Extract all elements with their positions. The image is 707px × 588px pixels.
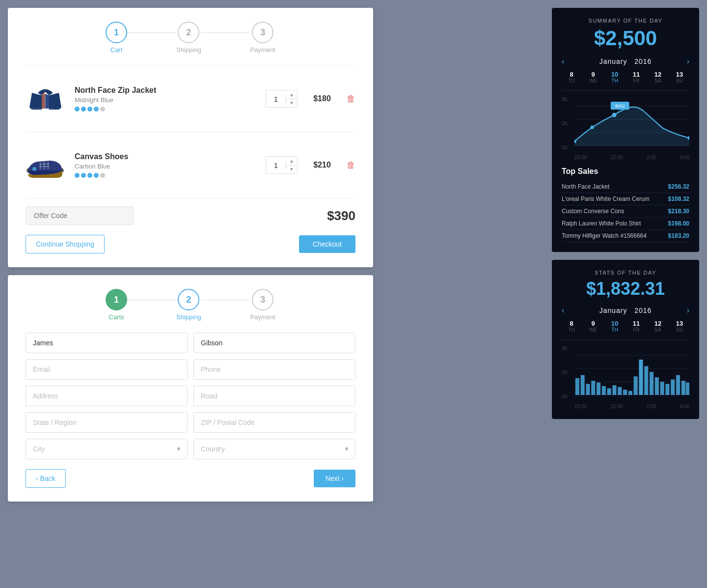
country-select[interactable]: Country (193, 439, 355, 459)
svg-text:$652: $652 (615, 104, 625, 109)
cart-actions: Continue Shopping Checkout (26, 235, 355, 253)
cart-steps: 1 Cart 2 Shipping 3 Payment (26, 22, 355, 54)
summary-cal-grid: 8 TU 9 WE 10 TH 11 FR 12 SA 13 SU (562, 71, 689, 84)
summary-cal-next[interactable]: › (687, 57, 689, 66)
shipping-step-2-circle: 2 (178, 289, 199, 310)
sales-item-name-2: L'oreal Paris White Cream Cerum (562, 196, 650, 202)
summary-chart-divider (562, 90, 689, 91)
checkout-button[interactable]: Checkout (299, 235, 355, 253)
shipping-step-2: 2 Shipping (176, 289, 201, 321)
city-select-wrapper: City ▼ (26, 439, 188, 459)
jacket-info: North Face Zip Jacket Midnight Blue (75, 86, 256, 112)
next-button[interactable]: Next › (314, 470, 355, 487)
jacket-variant: Midnight Blue (75, 96, 256, 104)
cal-cell-13: 13 SU (670, 71, 689, 84)
cart-footer: $390 (26, 206, 355, 225)
jacket-image (26, 82, 65, 116)
svg-rect-36 (639, 360, 643, 395)
continue-shopping-button[interactable]: Continue Shopping (26, 235, 105, 253)
jacket-qty-arrows[interactable]: ▲ ▼ (286, 90, 297, 107)
shoes-price: $210 (307, 161, 337, 169)
svg-rect-26 (586, 384, 590, 395)
city-select[interactable]: City (26, 439, 188, 459)
shoes-qty-down[interactable]: ▼ (286, 166, 297, 174)
sales-row-3: Custom Converse Cons $218.30 (562, 205, 689, 218)
stats-bar-chart-svg (574, 346, 689, 400)
stats-title: STATS OF THE DAY (562, 270, 689, 276)
cal-cell-12: 12 SA (648, 71, 668, 84)
shoes-image (26, 148, 65, 182)
jacket-name: North Face Zip Jacket (75, 86, 256, 95)
jacket-delete[interactable]: 🗑 (347, 94, 355, 104)
road-input[interactable] (193, 386, 355, 406)
country-select-wrapper: Country ▼ (193, 439, 355, 459)
back-button[interactable]: ‹ Back (26, 469, 66, 488)
email-input[interactable] (26, 359, 188, 380)
summary-chart-svg: $652 (574, 97, 689, 151)
stats-chart-y-labels: 3K 2K 1K (562, 346, 568, 399)
jacket-qty-value: 1 (266, 95, 286, 103)
shoes-qty-up[interactable]: ▲ (286, 157, 297, 166)
svg-rect-28 (597, 383, 600, 395)
phone-input[interactable] (193, 359, 355, 380)
summary-title: SUMMARY OF THE DAY (562, 18, 689, 24)
sales-item-name-4: Ralph Lauren White Polo Shirt (562, 220, 641, 227)
svg-rect-25 (581, 375, 585, 395)
cart-item-jacket: North Face Zip Jacket Midnight Blue 1 ▲ … (26, 74, 355, 124)
cart-total: $390 (327, 208, 355, 224)
jacket-qty-down[interactable]: ▼ (286, 99, 297, 108)
shoes-delete[interactable]: 🗑 (347, 160, 355, 170)
stats-chart-area: 3K 2K 1K (562, 346, 689, 409)
sales-row-4: Ralph Lauren White Polo Shirt $198.00 (562, 218, 689, 230)
state-input[interactable] (26, 412, 188, 433)
svg-rect-44 (681, 381, 685, 395)
summary-cal-title: January 2016 (599, 57, 652, 65)
svg-rect-29 (602, 386, 606, 395)
shoes-qty-control[interactable]: 1 ▲ ▼ (266, 156, 298, 174)
step-1-label: Cart (110, 46, 123, 54)
jacket-qty-control[interactable]: 1 ▲ ▼ (266, 90, 298, 108)
stats-cal-next[interactable]: › (687, 306, 689, 315)
step-3-label: Payment (250, 46, 275, 54)
shipping-step-1-label: Carts (109, 313, 124, 321)
step-3-circle: 3 (252, 22, 273, 43)
stats-cal-title: January 2016 (599, 307, 652, 314)
last-name-input[interactable] (193, 333, 355, 353)
star-1 (75, 107, 80, 112)
svg-rect-41 (665, 384, 669, 395)
zip-input[interactable] (193, 412, 355, 433)
cal-cell-9: 9 WE (583, 71, 603, 84)
city-country-row: City ▼ Country ▼ (26, 439, 355, 459)
svg-rect-39 (655, 377, 659, 395)
svg-point-13 (590, 126, 594, 129)
stats-cal-cell-12: 12 SA (648, 320, 668, 333)
shipping-connector-2 (201, 300, 250, 300)
sales-row-1: North Face Jacket $256.32 (562, 181, 689, 193)
shipping-step-1-circle: 1 (106, 289, 127, 310)
shoes-qty-arrows[interactable]: ▲ ▼ (286, 157, 297, 173)
address-input[interactable] (26, 386, 188, 406)
cart-item-shoes: Canvas Shoes Carbon Blue 1 ▲ ▼ $210 🗑 (26, 140, 355, 190)
svg-rect-27 (591, 381, 595, 395)
stats-cal-prev[interactable]: ‹ (562, 306, 564, 315)
offer-code-input[interactable] (26, 206, 134, 225)
sales-item-value-4: $198.00 (668, 220, 689, 227)
jacket-qty-up[interactable]: ▲ (286, 90, 297, 99)
stats-cal-cell-13: 13 SU (670, 320, 689, 333)
sales-row-2: L'oreal Paris White Cream Cerum $108.32 (562, 193, 689, 205)
shipping-step-2-label: Shipping (176, 313, 201, 321)
svg-point-7 (32, 167, 36, 171)
svg-rect-34 (628, 391, 632, 395)
svg-rect-24 (575, 378, 579, 395)
step-2-label: Shipping (176, 46, 201, 54)
summary-cal-prev[interactable]: ‹ (562, 57, 564, 66)
shipping-steps: 1 Carts 2 Shipping 3 Payment (26, 289, 355, 321)
cal-cell-10: 10 TH (605, 71, 625, 84)
shoes-stars (75, 173, 256, 178)
svg-rect-42 (671, 380, 675, 395)
svg-rect-37 (644, 366, 648, 395)
jacket-price: $180 (307, 94, 337, 103)
connector-2-3 (201, 32, 250, 33)
first-name-input[interactable] (26, 333, 188, 353)
svg-rect-31 (612, 385, 616, 395)
